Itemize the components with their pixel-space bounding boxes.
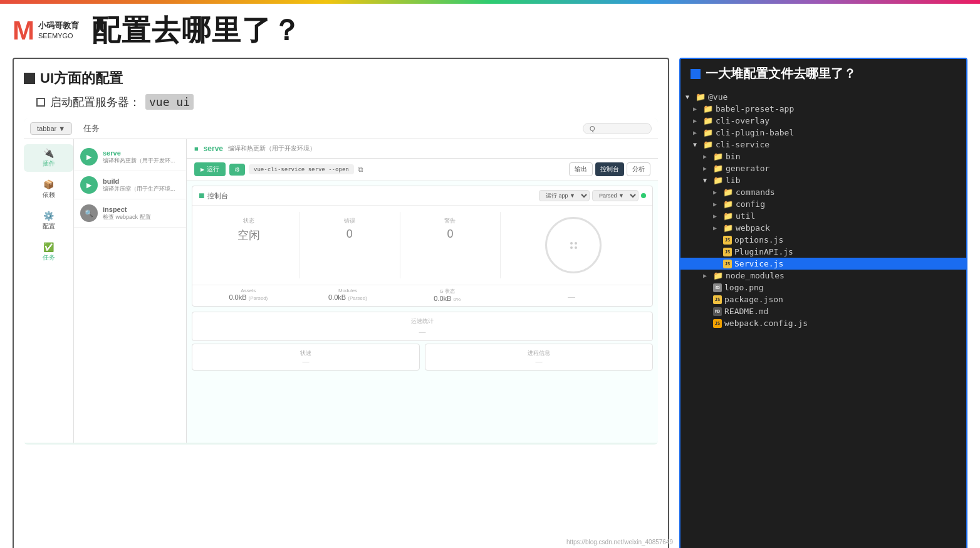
arrow-vue: ▼ xyxy=(685,93,693,100)
chart-dash: — xyxy=(497,288,646,302)
folder-icon-vue: 📁 xyxy=(696,92,706,102)
inspect-name: inspect xyxy=(103,206,180,213)
tree-item-webpack-config[interactable]: JS webpack.config.js xyxy=(680,317,966,329)
vue-ui-body: 🔌 插件 📦 依赖 ⚙️ 配置 ✅ 任务 xyxy=(24,139,658,443)
tree-label-lib: lib xyxy=(726,176,740,185)
arrow-webpack: ▶ xyxy=(713,224,721,231)
tree-item-service[interactable]: JS Service.js xyxy=(680,258,966,270)
output-button[interactable]: 输出 xyxy=(569,162,593,176)
metric-box-1: 状速 — xyxy=(192,344,420,371)
stat-warnings: 警告 0 xyxy=(400,212,501,278)
console-header: ■ 控制台 运行 app ▼ Parsed ▼ xyxy=(192,186,652,206)
watermark: https://blog.csdn.net/weixin_40857649 xyxy=(566,539,673,545)
stat-errors: 错误 0 xyxy=(300,212,400,278)
folder-icon-node-modules: 📁 xyxy=(713,271,723,280)
panel-title-icon xyxy=(24,73,35,84)
serve-header: ■ serve 编译和热更新（用于开发环境） xyxy=(187,139,658,159)
deps-icon: 📦 xyxy=(43,179,54,189)
tree-item-generator[interactable]: ▶ 📁 generator xyxy=(680,162,966,174)
settings-button[interactable]: ⚙ xyxy=(229,164,245,176)
metric1-value: — xyxy=(197,357,414,365)
sub-item-command: 启动配置服务器： vue ui xyxy=(24,94,658,110)
tree-item-cli-service[interactable]: ▼ 📁 cli-service xyxy=(680,139,966,150)
tree-item-commands[interactable]: ▶ 📁 commands xyxy=(680,186,966,198)
tree-item-config[interactable]: ▶ 📁 config xyxy=(680,198,966,210)
tree-item-cli-plugin-babel[interactable]: ▶ 📁 cli-plugin-babel xyxy=(680,127,966,139)
app-select[interactable]: 运行 app ▼ xyxy=(539,190,590,201)
sidebar-item-plugin[interactable]: 🔌 插件 xyxy=(24,144,73,172)
copy-icon[interactable]: ⧉ xyxy=(358,165,363,174)
tree-label-webpack: webpack xyxy=(736,223,770,233)
asset-assets: Assets 0.0kB (Parsed) xyxy=(199,288,298,302)
inspect-icon: 🔍 xyxy=(80,204,98,222)
main-content: UI方面的配置 启动配置服务器： vue ui tabbar ▼ 任务 🔌 插 xyxy=(0,58,980,548)
tree-item-util[interactable]: ▶ 📁 util xyxy=(680,210,966,222)
sub-label: 启动配置服务器： xyxy=(50,95,140,110)
tree-item-cli-overlay[interactable]: ▶ 📁 cli-overlay xyxy=(680,115,966,127)
tree-item-options-js[interactable]: JS options.js xyxy=(680,234,966,246)
status-dot xyxy=(641,193,646,198)
analyze-button[interactable]: 分析 xyxy=(627,162,650,176)
tree-label-generator: generator xyxy=(726,164,769,173)
task-item-build[interactable]: ▶ build 编译并压缩（用于生产环境... xyxy=(74,171,186,199)
tree-label-package: package.json xyxy=(724,295,783,304)
tree-item-webpack[interactable]: ▶ 📁 webpack xyxy=(680,222,966,234)
folder-icon-commands: 📁 xyxy=(723,187,733,197)
tree-label-bin: bin xyxy=(726,152,740,161)
tree-item-logo[interactable]: 🖼 logo.png xyxy=(680,282,966,293)
sidebar-deps-label: 依赖 xyxy=(43,191,55,199)
search-input[interactable] xyxy=(583,123,652,134)
metric-box-2: 进程信息 — xyxy=(425,344,653,371)
tree-label-cli-service: cli-service xyxy=(716,140,769,149)
sidebar-item-task[interactable]: ✅ 任务 xyxy=(24,238,73,266)
speed-value: — xyxy=(197,328,647,335)
stat-idle: 状态 空闲 xyxy=(199,212,300,278)
arrow-generator: ▶ xyxy=(703,165,711,172)
sidebar-item-config[interactable]: ⚙️ 配置 xyxy=(24,207,73,234)
task-serve-info: serve 编译和热更新（用于开发环... xyxy=(103,149,180,165)
arrow-bin: ▶ xyxy=(703,153,711,160)
parsed-select[interactable]: Parsed ▼ xyxy=(592,190,639,201)
tabbar-button[interactable]: tabbar ▼ xyxy=(30,122,72,135)
arrow-commands: ▶ xyxy=(713,189,721,196)
tree-item-pluginapi[interactable]: JS PluginAPI.js xyxy=(680,246,966,258)
sidebar-item-deps[interactable]: 📦 依赖 xyxy=(24,176,73,203)
task-item-serve[interactable]: ▶ serve 编译和热更新（用于开发环... xyxy=(74,143,186,171)
tree-item-babel[interactable]: ▶ 📁 babel-preset-app xyxy=(680,103,966,115)
run-button[interactable]: 运行 xyxy=(194,162,226,176)
metric2-label: 进程信息 xyxy=(430,349,647,357)
tree-item-lib[interactable]: ▼ 📁 lib xyxy=(680,174,966,186)
build-name: build xyxy=(103,177,180,185)
tree-label-util: util xyxy=(736,211,755,221)
tree-item-bin[interactable]: ▶ 📁 bin xyxy=(680,150,966,162)
tree-label-vue: @vue xyxy=(708,92,727,102)
page-title: 配置去哪里了？ xyxy=(91,11,302,50)
logo-text: 小码哥教育 SEEMYGO xyxy=(38,21,79,40)
header: M 小码哥教育 SEEMYGO 配置去哪里了？ xyxy=(0,4,980,58)
tree-item-readme[interactable]: MD README.md xyxy=(680,305,966,317)
right-panel-header: 一大堆配置文件去哪里了？ xyxy=(680,59,966,88)
arrow-util: ▶ xyxy=(713,213,721,219)
logo-line2: SEEMYGO xyxy=(38,31,79,40)
tree-item-package[interactable]: JS package.json xyxy=(680,293,966,305)
tree-label-logo: logo.png xyxy=(724,283,764,292)
right-panel: 一大堆配置文件去哪里了？ ▼ 📁 @vue ▶ 📁 babel-preset-a… xyxy=(679,58,967,548)
pluginapi-icon: JS xyxy=(723,248,732,256)
build-desc: 编译并压缩（用于生产环境... xyxy=(103,185,180,193)
tree-item-node-modules[interactable]: ▶ 📁 node_modules xyxy=(680,270,966,282)
tree-label-plugin-babel: cli-plugin-babel xyxy=(716,128,794,137)
console-bullet: ■ xyxy=(199,190,205,201)
task-icon: ✅ xyxy=(43,242,54,252)
package-icon: JS xyxy=(713,295,722,304)
logo-area: M 小码哥教育 SEEMYGO xyxy=(13,18,79,44)
build-icon: ▶ xyxy=(80,176,98,194)
tree-item-vue[interactable]: ▼ 📁 @vue xyxy=(680,91,966,103)
task-label: 任务 xyxy=(83,123,100,134)
tree-label-pluginapi: PluginAPI.js xyxy=(734,247,793,256)
tree-label-options: options.js xyxy=(734,235,783,245)
console-button[interactable]: 控制台 xyxy=(595,162,624,176)
speed-section: 运速统计 — xyxy=(192,312,653,341)
sub-icon xyxy=(36,98,45,107)
task-item-inspect[interactable]: 🔍 inspect 检查 webpack 配置 xyxy=(74,199,186,228)
blue-square-icon xyxy=(691,69,701,79)
